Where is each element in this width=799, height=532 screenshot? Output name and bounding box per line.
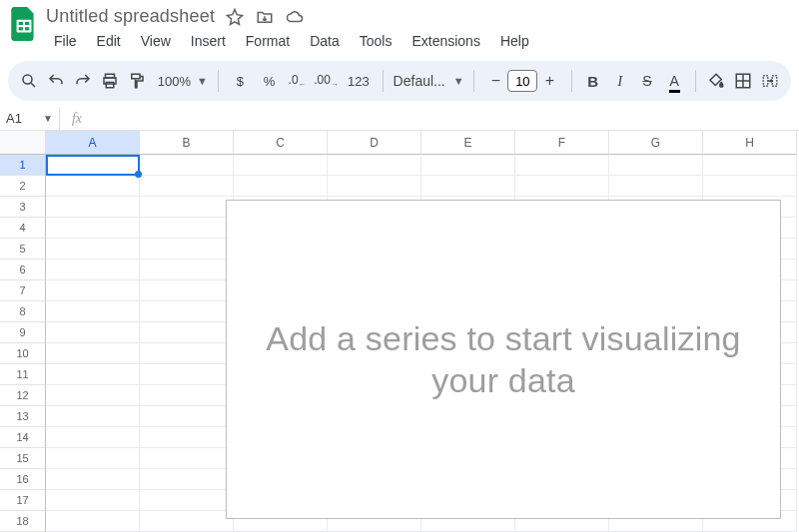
row-header-12[interactable]: 12 xyxy=(0,385,46,406)
undo-icon[interactable] xyxy=(45,67,66,95)
increase-decimal-button[interactable]: .00→ xyxy=(314,67,339,95)
cell[interactable] xyxy=(46,364,140,385)
cell[interactable] xyxy=(140,448,234,469)
row-header-5[interactable]: 5 xyxy=(0,239,46,260)
cell[interactable] xyxy=(140,197,234,218)
row-header-2[interactable]: 2 xyxy=(0,176,46,197)
cell[interactable] xyxy=(140,364,234,385)
menu-insert[interactable]: Insert xyxy=(183,29,234,53)
font-size-decrease-button[interactable]: − xyxy=(483,69,507,93)
chart-placeholder[interactable]: Add a series to start visualizing your d… xyxy=(226,200,781,519)
column-header-B[interactable]: B xyxy=(140,131,234,155)
decrease-decimal-button[interactable]: .0← xyxy=(287,67,308,95)
cell[interactable] xyxy=(140,239,234,260)
row-header-14[interactable]: 14 xyxy=(0,427,46,448)
cell[interactable] xyxy=(140,469,234,490)
row-header-8[interactable]: 8 xyxy=(0,301,46,322)
cell[interactable] xyxy=(46,260,140,280)
cell[interactable] xyxy=(140,511,234,532)
cell[interactable] xyxy=(46,490,140,511)
cell[interactable] xyxy=(140,343,234,364)
cell[interactable] xyxy=(46,427,140,448)
cell[interactable] xyxy=(703,176,797,197)
cell[interactable] xyxy=(46,239,140,260)
strikethrough-button[interactable]: S xyxy=(636,67,657,95)
borders-button[interactable] xyxy=(733,67,754,95)
menu-help[interactable]: Help xyxy=(492,29,537,53)
cell[interactable] xyxy=(140,218,234,239)
merge-cells-button[interactable] xyxy=(760,67,781,95)
cell[interactable] xyxy=(46,301,140,322)
menu-tools[interactable]: Tools xyxy=(352,29,400,53)
font-family-dropdown[interactable]: Defaul... ▼ xyxy=(394,73,463,89)
row-header-4[interactable]: 4 xyxy=(0,218,46,239)
cell[interactable] xyxy=(46,511,140,532)
select-all-corner[interactable] xyxy=(0,131,46,155)
row-header-13[interactable]: 13 xyxy=(0,406,46,427)
row-header-10[interactable]: 10 xyxy=(0,343,46,364)
move-icon[interactable] xyxy=(255,7,275,27)
cell[interactable] xyxy=(421,176,515,197)
cell[interactable] xyxy=(46,322,140,343)
cell[interactable] xyxy=(703,155,797,176)
column-header-F[interactable]: F xyxy=(515,131,609,155)
cell[interactable] xyxy=(140,155,234,176)
column-header-G[interactable]: G xyxy=(609,131,703,155)
menu-file[interactable]: File xyxy=(46,29,85,53)
menu-format[interactable]: Format xyxy=(238,29,298,53)
text-color-button[interactable]: A xyxy=(664,67,685,95)
cell[interactable] xyxy=(46,280,140,301)
spreadsheet-grid[interactable]: ABCDEFGH 1234567891011121314151617181920… xyxy=(0,131,799,503)
fill-color-button[interactable] xyxy=(706,67,727,95)
italic-button[interactable]: I xyxy=(609,67,630,95)
cell[interactable] xyxy=(140,385,234,406)
column-header-C[interactable]: C xyxy=(234,131,328,155)
column-header-H[interactable]: H xyxy=(703,131,797,155)
cell[interactable] xyxy=(140,406,234,427)
cell[interactable] xyxy=(140,176,234,197)
cell[interactable] xyxy=(46,218,140,239)
cell[interactable] xyxy=(140,280,234,301)
row-header-16[interactable]: 16 xyxy=(0,469,46,490)
cell[interactable] xyxy=(46,406,140,427)
cell[interactable] xyxy=(328,155,421,176)
cell[interactable] xyxy=(328,176,421,197)
row-header-6[interactable]: 6 xyxy=(0,260,46,280)
more-formats-button[interactable]: 123 xyxy=(345,67,373,95)
menu-data[interactable]: Data xyxy=(302,29,348,53)
name-box[interactable]: A1 ▼ xyxy=(0,107,60,130)
cell[interactable] xyxy=(234,155,328,176)
cell[interactable] xyxy=(46,385,140,406)
cells-area[interactable]: Add a series to start visualizing your d… xyxy=(46,155,799,503)
row-header-18[interactable]: 18 xyxy=(0,511,46,532)
row-header-1[interactable]: 1 xyxy=(0,155,46,176)
cell[interactable] xyxy=(46,469,140,490)
formula-input[interactable] xyxy=(94,107,799,130)
cell[interactable] xyxy=(46,448,140,469)
column-header-A[interactable]: A xyxy=(46,131,140,155)
document-title[interactable]: Untitled spreadsheet xyxy=(46,6,215,27)
menu-extensions[interactable]: Extensions xyxy=(403,29,487,53)
row-header-9[interactable]: 9 xyxy=(0,322,46,343)
menu-view[interactable]: View xyxy=(133,29,179,53)
sheets-app-icon[interactable] xyxy=(10,6,38,42)
cell[interactable] xyxy=(140,490,234,511)
redo-icon[interactable] xyxy=(72,67,93,95)
font-size-input[interactable] xyxy=(507,70,537,92)
cell[interactable] xyxy=(609,155,703,176)
cell[interactable] xyxy=(46,155,140,176)
cell[interactable] xyxy=(46,176,140,197)
cell[interactable] xyxy=(515,176,609,197)
row-header-7[interactable]: 7 xyxy=(0,280,46,301)
row-header-3[interactable]: 3 xyxy=(0,197,46,218)
star-icon[interactable] xyxy=(225,7,245,27)
column-header-D[interactable]: D xyxy=(328,131,421,155)
zoom-dropdown[interactable]: 100% ▼ xyxy=(154,74,208,89)
row-header-17[interactable]: 17 xyxy=(0,490,46,511)
row-header-11[interactable]: 11 xyxy=(0,364,46,385)
cell[interactable] xyxy=(140,322,234,343)
cell[interactable] xyxy=(234,176,328,197)
cell[interactable] xyxy=(140,260,234,280)
format-percent-button[interactable]: % xyxy=(258,67,281,95)
cell[interactable] xyxy=(46,343,140,364)
